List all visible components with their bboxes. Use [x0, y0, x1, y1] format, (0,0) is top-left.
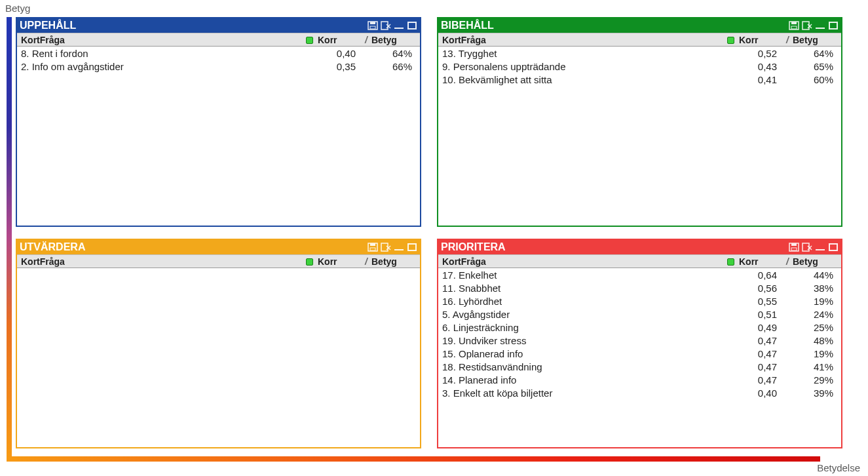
cell-korr: 0,47 — [738, 334, 790, 347]
cell-betyg: 44% — [790, 269, 837, 282]
table-row[interactable]: 17. Enkelhet0,6444% — [442, 269, 837, 282]
table-row[interactable]: 10. Bekvämlighet att sitta0,4160% — [442, 73, 837, 87]
maximize-icon[interactable] — [828, 21, 839, 30]
indicator-icon — [303, 35, 315, 45]
cell-question: 14. Planerad info — [442, 374, 738, 387]
col-korr[interactable]: Korr — [736, 35, 783, 45]
panel-tools — [368, 243, 417, 252]
panel-title-bibehall: BIBEHÅLL — [441, 20, 494, 31]
col-question[interactable]: KortFråga — [442, 35, 725, 45]
indicator-icon — [303, 256, 315, 267]
column-header: KortFråga Korr / Betyg — [17, 254, 420, 268]
minimize-icon[interactable] — [394, 21, 404, 30]
panel-tools — [789, 243, 839, 252]
cell-korr: 0,47 — [738, 361, 790, 374]
col-betyg[interactable]: Betyg — [791, 256, 837, 267]
cell-korr: 0,49 — [738, 321, 790, 334]
y-axis-label: Betyg — [5, 3, 30, 14]
cell-betyg: 19% — [790, 347, 837, 361]
y-axis-gradient — [7, 17, 12, 456]
table-row[interactable]: 9. Personalens uppträdande0,4365% — [442, 60, 837, 73]
cell-korr: 0,35 — [316, 60, 369, 73]
table-row[interactable]: 2. Info om avgångstider0,3566% — [21, 60, 416, 73]
table-row[interactable]: 16. Lyhördhet0,5519% — [442, 295, 837, 308]
cell-question: 17. Enkelhet — [442, 269, 738, 282]
svg-rect-1 — [370, 22, 375, 24]
col-question[interactable]: KortFråga — [21, 256, 303, 267]
save-icon[interactable] — [368, 21, 378, 30]
table-row[interactable]: 13. Trygghet0,5264% — [442, 47, 837, 60]
table-row[interactable]: 11. Snabbhet0,5638% — [442, 282, 837, 295]
panel-header-bibehall: BIBEHÅLL — [438, 18, 841, 33]
minimize-icon[interactable] — [394, 243, 404, 252]
cell-betyg: 25% — [790, 321, 837, 334]
panel-tools — [789, 21, 839, 30]
cell-betyg: 66% — [369, 60, 416, 73]
cell-korr: 0,55 — [738, 295, 790, 308]
col-question[interactable]: KortFråga — [21, 35, 303, 45]
cell-korr: 0,43 — [738, 60, 790, 73]
panel-bibehall: BIBEHÅLL KortFråga Korr / Betyg — [437, 17, 842, 227]
column-header: KortFråga Korr / Betyg — [438, 33, 841, 47]
cell-korr: 0,47 — [738, 374, 790, 387]
panel-header-utvardera: UTVÄRDERA — [17, 240, 420, 254]
x-axis-label: Betydelse — [817, 462, 860, 473]
panel-title-prioritera: PRIORITERA — [441, 241, 506, 253]
cell-question: 13. Trygghet — [442, 47, 738, 60]
export-icon[interactable] — [802, 243, 812, 252]
cell-korr: 0,40 — [316, 47, 369, 60]
col-betyg[interactable]: Betyg — [370, 256, 416, 267]
col-betyg[interactable]: Betyg — [370, 35, 416, 45]
col-sep: / — [783, 35, 791, 45]
col-korr[interactable]: Korr — [315, 256, 362, 267]
svg-rect-8 — [791, 26, 797, 29]
table-row[interactable]: 15. Oplanerad info0,4719% — [442, 347, 837, 361]
minimize-icon[interactable] — [815, 243, 825, 252]
cell-question: 10. Bekvämlighet att sitta — [442, 73, 738, 87]
save-icon[interactable] — [789, 243, 799, 252]
cell-betyg: 38% — [790, 282, 837, 295]
maximize-icon[interactable] — [407, 243, 417, 252]
panel-header-uppehall: UPPEHÅLL — [17, 18, 420, 33]
table-row[interactable]: 6. Linjesträckning0,4925% — [442, 321, 837, 334]
cell-korr: 0,52 — [738, 47, 790, 60]
cell-question: 3. Enkelt att köpa biljetter — [442, 387, 738, 400]
col-korr[interactable]: Korr — [736, 256, 783, 267]
table-row[interactable]: 8. Rent i fordon0,4064% — [21, 47, 416, 60]
cell-question: 19. Undviker stress — [442, 334, 738, 347]
rows-uppehall: 8. Rent i fordon0,4064%2. Info om avgång… — [17, 47, 420, 226]
save-icon[interactable] — [789, 21, 799, 30]
column-header: KortFråga Korr / Betyg — [17, 33, 420, 47]
cell-korr: 0,41 — [738, 73, 790, 87]
export-icon[interactable] — [381, 243, 391, 252]
panel-title-uppehall: UPPEHÅLL — [20, 20, 76, 31]
cell-betyg: 24% — [790, 308, 837, 321]
maximize-icon[interactable] — [828, 243, 839, 252]
table-row[interactable]: 14. Planerad info0,4729% — [442, 374, 837, 387]
rows-utvardera — [17, 268, 420, 447]
maximize-icon[interactable] — [407, 21, 417, 30]
cell-question: 15. Oplanerad info — [442, 347, 738, 361]
minimize-icon[interactable] — [815, 21, 825, 30]
cell-korr: 0,40 — [738, 387, 790, 400]
col-question[interactable]: KortFråga — [442, 256, 725, 267]
rows-bibehall: 13. Trygghet0,5264%9. Personalens uppträ… — [438, 47, 841, 226]
cell-betyg: 64% — [790, 47, 837, 60]
x-axis-gradient — [7, 456, 820, 462]
col-betyg[interactable]: Betyg — [791, 35, 837, 45]
cell-betyg: 19% — [790, 295, 837, 308]
indicator-icon — [725, 256, 736, 267]
table-row[interactable]: 5. Avgångstider0,5124% — [442, 308, 837, 321]
col-korr[interactable]: Korr — [315, 35, 362, 45]
svg-rect-14 — [370, 248, 375, 250]
save-icon[interactable] — [368, 243, 378, 252]
panel-header-prioritera: PRIORITERA — [438, 240, 841, 254]
export-icon[interactable] — [381, 21, 391, 30]
cell-question: 18. Restidsanvändning — [442, 361, 738, 374]
export-icon[interactable] — [802, 21, 812, 30]
table-row[interactable]: 19. Undviker stress0,4748% — [442, 334, 837, 347]
table-row[interactable]: 3. Enkelt att köpa biljetter0,4039% — [442, 387, 837, 400]
panel-uppehall: UPPEHÅLL KortFråga Korr / Betyg — [16, 17, 421, 227]
table-row[interactable]: 18. Restidsanvändning0,4741% — [442, 361, 837, 374]
cell-betyg: 60% — [790, 73, 837, 87]
